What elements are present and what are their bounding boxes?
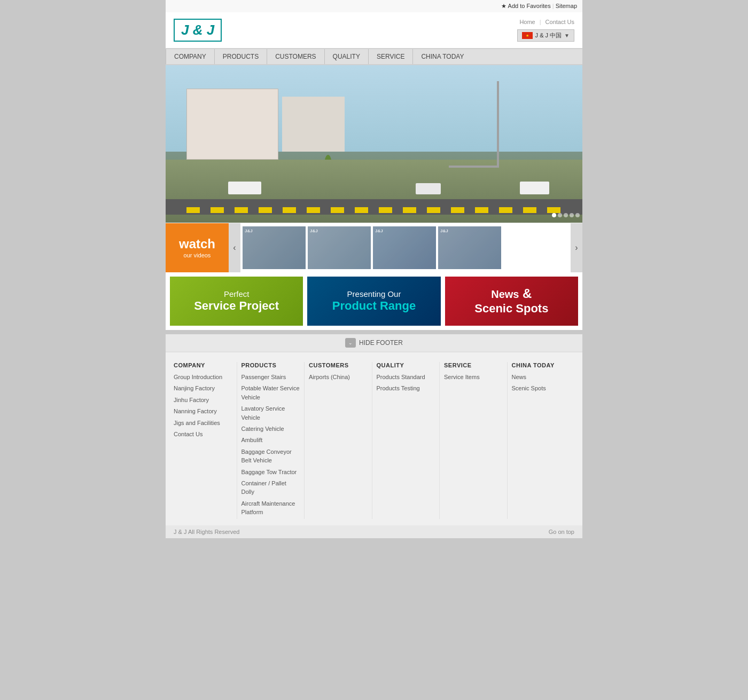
customer-link-1[interactable]: Airports (China) [309, 374, 350, 380]
list-item: Nanjing Factory [174, 384, 232, 392]
nav-item-service[interactable]: SERVICE [368, 49, 412, 64]
dot-4[interactable] [570, 213, 574, 217]
thumbnail-4[interactable]: J&J [438, 226, 501, 269]
list-item: Products Standard [377, 373, 435, 381]
list-item: Lavatory Service Vehicle [241, 404, 300, 422]
company-link-5[interactable]: Jigs and Facilities [174, 420, 220, 426]
company-link-6[interactable]: Contact Us [174, 431, 202, 437]
quality-link-2[interactable]: Products Testing [377, 385, 420, 391]
company-link-4[interactable]: Nanning Factory [174, 408, 217, 414]
product-range-banner[interactable]: Presenting Our Product Range [307, 277, 440, 326]
dot-1[interactable] [552, 213, 556, 217]
hide-footer-bar[interactable]: ⌄ HIDE FOOTER [166, 334, 582, 351]
hide-footer-label: HIDE FOOTER [359, 339, 403, 347]
product-link-2[interactable]: Potable Water Service Vehicle [241, 385, 300, 400]
product-link-4[interactable]: Catering Vehicle [241, 426, 284, 432]
lang-label: J & J 中国 [535, 32, 562, 40]
nav-item-china-today[interactable]: CHINA TODAY [412, 49, 472, 64]
watch-videos-button[interactable]: watch our videos [166, 223, 229, 272]
list-item: Catering Vehicle [241, 424, 300, 433]
thumbnails-row: watch our videos ‹ J&J J&J J&J J&J › [166, 223, 582, 272]
slider-dots [552, 213, 580, 217]
thumbnail-next-button[interactable]: › [571, 223, 582, 272]
footer-grid: COMPANY Group Introduction Nanjing Facto… [174, 362, 574, 519]
news-scenic-banner[interactable]: News & Scenic Spots [445, 277, 578, 326]
list-item: Jigs and Facilities [174, 419, 232, 427]
nav-item-quality[interactable]: QUALITY [324, 49, 368, 64]
list-item: Ambulift [241, 436, 300, 444]
ampersand-icon: & [519, 286, 532, 301]
scene-staircase [449, 81, 499, 168]
scene-vehicle2 [416, 183, 441, 194]
company-link-2[interactable]: Nanjing Factory [174, 385, 215, 391]
sitemap-link[interactable]: Sitemap [556, 3, 577, 9]
language-selector[interactable]: ★ J & J 中国 ▼ [517, 29, 574, 42]
dot-2[interactable] [558, 213, 562, 217]
contact-us-header-link[interactable]: Contact Us [546, 19, 574, 25]
list-item: Container / Pallet Dolly [241, 479, 300, 497]
go-to-top-link[interactable]: Go on top [549, 529, 574, 535]
hero-slider[interactable] [166, 65, 582, 223]
quality-link-1[interactable]: Products Standard [377, 374, 425, 380]
product-link-5[interactable]: Ambulift [241, 437, 263, 443]
footer-col-company: COMPANY Group Introduction Nanjing Facto… [174, 362, 237, 519]
nav-item-customers[interactable]: CUSTOMERS [267, 49, 324, 64]
add-to-favorites-link[interactable]: Add to Favorites [508, 3, 551, 9]
company-link-1[interactable]: Group Introduction [174, 374, 222, 380]
footer-company-list: Group Introduction Nanjing Factory Jinhu… [174, 373, 232, 438]
center-column: ★ Add to Favorites | Sitemap J & J Home … [166, 0, 582, 538]
banner-section: Perfect Service Project Presenting Our P… [166, 272, 582, 330]
footer-china-today-title: CHINA TODAY [512, 362, 571, 368]
banner-red-line1: News & [491, 286, 532, 302]
scene-vehicle1 [228, 182, 261, 194]
banner-green-line1: Perfect [224, 289, 250, 299]
thumbnail-2[interactable]: J&J [308, 226, 371, 269]
service-link-1[interactable]: Service Items [444, 374, 480, 380]
china-today-link-1[interactable]: News [512, 374, 527, 380]
dot-5[interactable] [575, 213, 580, 217]
product-link-8[interactable]: Container / Pallet Dolly [241, 480, 286, 495]
china-today-link-2[interactable]: Scenic Spots [512, 385, 546, 391]
product-link-9[interactable]: Aircraft Maintenance Platform [241, 500, 295, 515]
footer-col-products: PRODUCTS Passenger Stairs Potable Water … [237, 362, 305, 519]
watch-sub-label: our videos [184, 252, 211, 258]
thumbnails-list: J&J J&J J&J J&J [240, 223, 571, 272]
product-link-1[interactable]: Passenger Stairs [241, 374, 286, 380]
banner-red-line2: Scenic Spots [474, 302, 548, 316]
logo[interactable]: J & J [174, 19, 222, 42]
home-link[interactable]: Home [519, 19, 535, 25]
dropdown-arrow-icon: ▼ [564, 33, 570, 38]
footer-products-list: Passenger Stairs Potable Water Service V… [241, 373, 300, 516]
list-item: Products Testing [377, 384, 435, 392]
star-icon: ★ [501, 3, 507, 9]
perfect-service-banner[interactable]: Perfect Service Project [170, 277, 303, 326]
list-item: Baggage Tow Tractor [241, 468, 300, 476]
top-utility-bar: ★ Add to Favorites | Sitemap [166, 0, 582, 12]
footer-customers-title: CUSTOMERS [309, 362, 368, 368]
scene-road-stripe [186, 207, 562, 214]
footer-col-quality: QUALITY Products Standard Products Testi… [372, 362, 440, 519]
company-link-3[interactable]: Jinhu Factory [174, 397, 209, 403]
product-link-6[interactable]: Baggage Conveyor Belt Vehicle [241, 449, 292, 463]
list-item: Airports (China) [309, 373, 368, 381]
footer-quality-list: Products Standard Products Testing [377, 373, 435, 393]
header-top-links: Home | Contact Us [519, 19, 574, 25]
list-item: Nanning Factory [174, 407, 232, 415]
list-item: Service Items [444, 373, 503, 381]
nav-item-company[interactable]: COMPANY [166, 49, 214, 64]
list-item: Aircraft Maintenance Platform [241, 499, 300, 517]
nav-item-products[interactable]: PRODUCTS [214, 49, 267, 64]
thumbnail-1[interactable]: J&J [243, 226, 306, 269]
footer-service-title: SERVICE [444, 362, 503, 368]
list-item: Baggage Conveyor Belt Vehicle [241, 447, 300, 465]
slider-image [166, 65, 582, 223]
china-flag-icon: ★ [522, 32, 533, 39]
thumbnail-3[interactable]: J&J [373, 226, 436, 269]
footer-col-china-today: CHINA TODAY News Scenic Spots [508, 362, 575, 519]
product-link-3[interactable]: Lavatory Service Vehicle [241, 405, 285, 420]
banner-blue-line1: Presenting Our [347, 289, 401, 299]
product-link-7[interactable]: Baggage Tow Tractor [241, 469, 297, 475]
thumbnail-prev-button[interactable]: ‹ [229, 223, 240, 272]
list-item: Passenger Stairs [241, 373, 300, 381]
dot-3[interactable] [564, 213, 568, 217]
